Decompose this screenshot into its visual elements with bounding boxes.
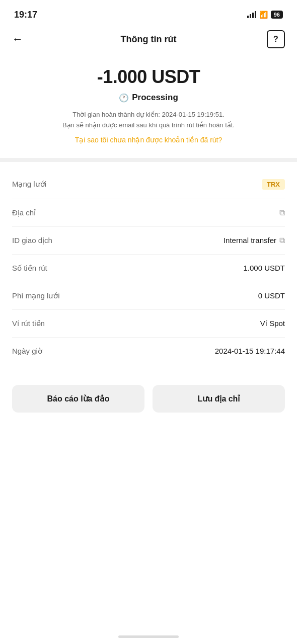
report-button[interactable]: Báo cáo lừa đảo xyxy=(12,385,144,413)
status-icons: 📶 96 xyxy=(247,11,283,19)
status-text: Processing xyxy=(132,93,178,103)
amount-label: Số tiền rút xyxy=(12,264,47,273)
datetime-label: Ngày giờ xyxy=(12,347,42,356)
status-time: 19:17 xyxy=(14,10,37,20)
status-bar: 19:17 📶 96 xyxy=(0,0,297,26)
trx-badge: TRX xyxy=(262,179,285,190)
section-divider xyxy=(0,158,297,162)
clock-icon: 🕐 xyxy=(119,93,129,103)
help-button[interactable]: ? xyxy=(267,30,285,48)
txid-row: ID giao dịch Internal transfer ⧉ xyxy=(12,227,285,255)
datetime-value: 2024-01-15 19:17:44 xyxy=(215,347,285,355)
home-indicator xyxy=(118,635,179,638)
txid-copy-icon[interactable]: ⧉ xyxy=(279,236,285,245)
amount-section: -1.000 USDT 🕐 Processing Thời gian hoàn … xyxy=(0,54,297,154)
signal-icon xyxy=(247,11,256,18)
amount-detail-value: 1.000 USDT xyxy=(243,264,285,272)
network-label: Mạng lưới xyxy=(12,180,46,189)
detail-section: Mạng lưới TRX Địa chỉ ⧉ ID giao dịch Int… xyxy=(0,166,297,369)
txid-value: Internal transfer ⧉ xyxy=(224,236,285,245)
address-label: Địa chỉ xyxy=(12,208,36,217)
fee-row: Phí mạng lưới 0 USDT xyxy=(12,282,285,310)
amount-value: -1.000 USDT xyxy=(16,66,281,88)
button-section: Báo cáo lừa đảo Lưu địa chỉ xyxy=(0,373,297,425)
page-title: Thông tin rút xyxy=(121,34,177,45)
wifi-icon: 📶 xyxy=(259,11,268,19)
description-text: Thời gian hoàn thành dự kiến: 2024-01-15… xyxy=(16,110,281,131)
fee-value: 0 USDT xyxy=(258,291,285,300)
datetime-row: Ngày giờ 2024-01-15 19:17:44 xyxy=(12,338,285,365)
wallet-value: Ví Spot xyxy=(260,319,285,328)
network-row: Mạng lưới TRX xyxy=(12,170,285,199)
txid-text: Internal transfer xyxy=(224,236,276,245)
battery-badge: 96 xyxy=(271,11,283,19)
fee-label: Phí mạng lưới xyxy=(12,291,60,300)
amount-row: Số tiền rút 1.000 USDT xyxy=(12,255,285,282)
wallet-label: Ví rút tiền xyxy=(12,319,45,328)
header-nav: ← Thông tin rút ? xyxy=(0,26,297,54)
status-row: 🕐 Processing xyxy=(16,93,281,103)
back-button[interactable]: ← xyxy=(12,33,30,46)
address-value: ⧉ xyxy=(279,208,285,217)
address-copy-icon[interactable]: ⧉ xyxy=(279,208,285,217)
save-address-button[interactable]: Lưu địa chỉ xyxy=(153,385,285,413)
faq-link[interactable]: Tại sao tôi chưa nhận được khoản tiền đã… xyxy=(16,136,281,144)
wallet-row: Ví rút tiền Ví Spot xyxy=(12,310,285,338)
network-value: TRX xyxy=(262,179,285,190)
txid-label: ID giao dịch xyxy=(12,236,52,245)
address-row: Địa chỉ ⧉ xyxy=(12,199,285,227)
